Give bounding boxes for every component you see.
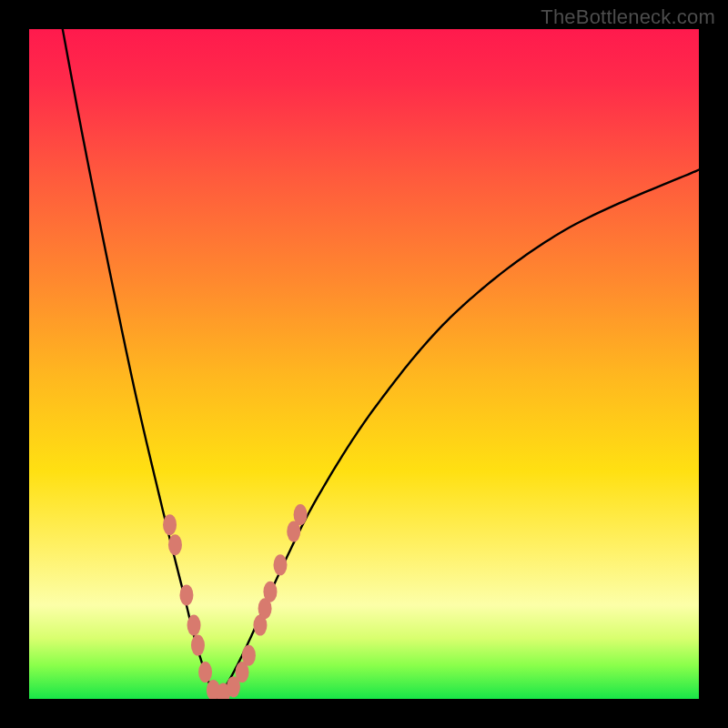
bead-marker [187,615,201,636]
curve-left-branch [63,29,217,699]
bead-marker [163,514,177,535]
bead-marker [191,635,205,656]
bead-marker [263,581,277,602]
bead-marker [274,554,288,575]
bead-marker [168,534,182,555]
bead-marker [294,504,308,525]
chart-frame: TheBottleneck.com [0,0,728,728]
bead-marker [198,662,212,682]
chart-overlay [29,29,699,699]
watermark-text: TheBottleneck.com [541,5,715,29]
bead-marker [242,645,256,666]
plot-area [29,29,699,699]
curve-right-branch [217,170,699,699]
bead-marker [179,584,193,605]
